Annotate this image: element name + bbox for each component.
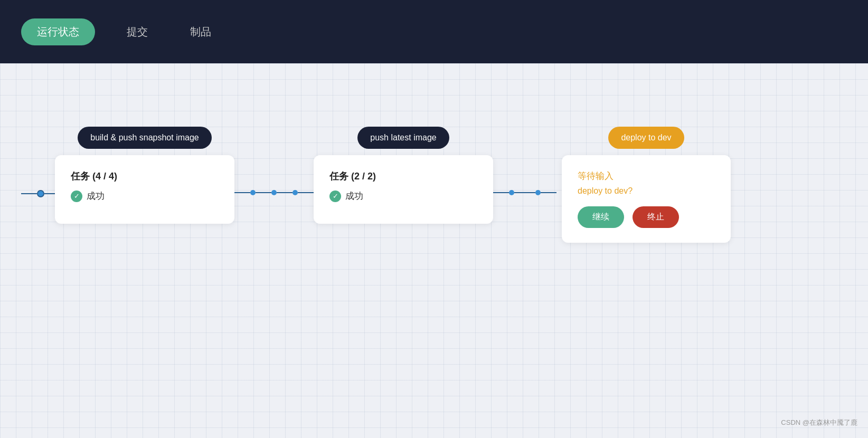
action-buttons: 继续 终止 [578, 206, 715, 228]
dot-mid-1 [250, 190, 256, 195]
dot-mid-3 [293, 190, 298, 195]
middle-connector-2 [493, 190, 556, 195]
tab-artifact[interactable]: 制品 [180, 20, 222, 44]
stage3-card: 等待输入 deploy to dev? 继续 终止 [562, 155, 731, 243]
stage3-label: deploy to dev [608, 127, 684, 149]
left-connector [21, 190, 55, 197]
line6 [514, 192, 535, 193]
nav: 运行状态 提交 制品 [21, 18, 222, 45]
connector-line-left [21, 193, 37, 194]
line3 [277, 192, 293, 193]
stage-push-latest: push latest image 任务 (2 / 2) ✓ 成功 [314, 127, 493, 224]
connector-dot-left [37, 190, 44, 197]
tab-commit[interactable]: 提交 [116, 20, 158, 44]
continue-button[interactable]: 继续 [578, 206, 624, 228]
stage2-success-icon: ✓ [329, 191, 341, 202]
stage2-status-row: ✓ 成功 [329, 190, 477, 202]
stage2-status-text: 成功 [345, 190, 363, 202]
stage2-label: push latest image [357, 127, 449, 149]
stage1-status-text: 成功 [87, 190, 105, 202]
stage1-card: 任务 (4 / 4) ✓ 成功 [55, 155, 234, 224]
dot-mid-2 [271, 190, 277, 195]
stage-build-push: build & push snapshot image 任务 (4 / 4) ✓… [55, 127, 234, 224]
stage1-label: build & push snapshot image [78, 127, 211, 149]
pipeline-container: build & push snapshot image 任务 (4 / 4) ✓… [21, 127, 847, 243]
stage1-success-icon: ✓ [71, 191, 82, 202]
line1 [234, 192, 250, 193]
stage1-status-row: ✓ 成功 [71, 190, 219, 202]
dot-right-1 [509, 190, 514, 195]
waiting-title: 等待输入 [578, 170, 715, 182]
watermark: CSDN @在森林中魇了鹿 [781, 418, 857, 427]
connector-line-left2 [44, 193, 55, 194]
middle-connector-1 [234, 190, 314, 195]
stage1-task-title: 任务 (4 / 4) [71, 170, 219, 183]
waiting-question: deploy to dev? [578, 186, 715, 196]
header: 运行状态 提交 制品 [0, 0, 868, 63]
line7 [541, 192, 556, 193]
stage2-task-title: 任务 (2 / 2) [329, 170, 477, 183]
stage-deploy: deploy to dev 等待输入 deploy to dev? 继续 终止 [556, 127, 736, 243]
line5 [493, 192, 509, 193]
tab-status[interactable]: 运行状态 [21, 18, 95, 45]
dot-right-2 [535, 190, 541, 195]
stop-button[interactable]: 终止 [633, 206, 679, 228]
stage2-card: 任务 (2 / 2) ✓ 成功 [314, 155, 493, 224]
line4 [298, 192, 314, 193]
line2 [256, 192, 271, 193]
main-content: build & push snapshot image 任务 (4 / 4) ✓… [0, 63, 868, 438]
